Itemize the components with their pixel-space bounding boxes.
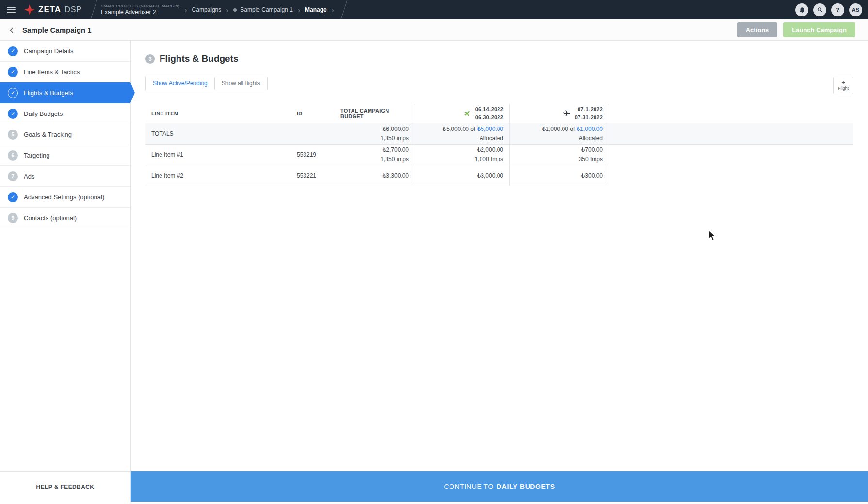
step-number-badge: 3 [145,54,155,64]
sidebar-item-daily-budgets[interactable]: ✓ Daily Budgets [0,103,130,124]
check-circle-icon: ✓ [8,46,18,56]
sidebar-item-advanced-settings[interactable]: ✓ Advanced Settings (optional) [0,187,130,208]
brand-zeta-text: ZETA [38,5,61,15]
add-flight-button[interactable]: + Flight [833,77,853,94]
sidebar-item-targeting[interactable]: 6 Targeting [0,145,130,166]
check-circle-icon: ✓ [8,109,18,119]
zeta-dsp-logo[interactable]: ZETA DSP [22,4,88,15]
table-row-line-item-2[interactable]: Line Item #2 553221 ₺3,300.00 ₺3,000.00 … [145,165,853,186]
line-item-id: 553221 [291,165,335,186]
chevron-right-icon: › [181,6,191,14]
table-row-line-item-1[interactable]: Line Item #1 553219 ₺2,700.00 1,350 imps… [145,145,853,165]
help-feedback-button[interactable]: HELP & FEEDBACK [0,471,130,502]
sidebar-item-contacts[interactable]: 9 Contacts (optional) [0,208,130,228]
chevron-right-icon: › [294,6,304,14]
sidebar-item-campaign-details[interactable]: ✓ Campaign Details [0,41,130,62]
flights-budgets-table: LINE ITEM ID TOTAL CAMPAIGN BUDGET 06-14… [145,104,853,186]
totals-budget-amount: ₺6,000.00 [383,125,409,134]
breadcrumb-slant-divider [340,0,347,19]
table-header-row: LINE ITEM ID TOTAL CAMPAIGN BUDGET 06-14… [145,104,853,123]
campaign-status-dot-icon [233,8,237,12]
help-icon[interactable]: ? [831,3,844,16]
zeta-logo-icon [24,4,35,15]
top-nav-bar: ZETA DSP SMART PROJECTS (VARIABLE MARGIN… [0,0,868,19]
sidebar-item-label: Flights & Budgets [24,89,73,97]
flight2-allocated-label: Allocated [579,134,603,143]
line-item-id: 553219 [291,145,335,165]
flight-plane-icon [563,110,571,117]
col-header-total-budget: TOTAL CAMPAIGN BUDGET [335,104,415,123]
sidebar-item-flights-budgets[interactable]: ✓ Flights & Budgets [0,82,130,103]
steps-sidebar: ✓ Campaign Details ✓ Line Items & Tactic… [0,41,131,502]
sidebar-item-label: Campaign Details [24,48,74,55]
breadcrumb-manage-label: Manage [305,6,327,13]
flight2-spent: ₺1,000.00 of [542,126,575,132]
flight1-end-date: 06-30-2022 [475,114,503,122]
sidebar-item-label: Ads [24,173,34,180]
back-chevron-icon[interactable] [6,24,18,36]
step-number-icon: 6 [8,150,18,161]
breadcrumb-campaign[interactable]: Sample Campaign 1 [232,6,294,13]
main-content: 3 Flights & Budgets Show Active/Pending … [131,41,868,471]
totals-label: TOTALS [145,123,291,145]
check-circle-icon: ✓ [8,88,18,98]
totals-filler [609,123,853,145]
app-root: ZETA DSP SMART PROJECTS (VARIABLE MARGIN… [0,0,868,502]
line-item-name: Line Item #2 [145,165,291,186]
breadcrumb-advertiser[interactable]: SMART PROJECTS (VARIABLE MARGIN) Example… [100,4,181,16]
col-header-flight-1[interactable]: 06-14-2022 06-30-2022 [415,104,509,123]
chevron-right-icon: › [222,6,232,14]
filter-show-active-pending[interactable]: Show Active/Pending [145,77,215,90]
totals-budget-imps: 1,350 imps [380,134,409,143]
flight2-amount: ₺700.00 [581,146,603,155]
totals-row: TOTALS ₺6,000.00 1,350 imps ₺5,000.00 of… [145,123,853,145]
notifications-bell-icon[interactable] [795,3,808,16]
flight1-allocated-link[interactable]: ₺5,000.00 [477,126,503,132]
flight1-spent: ₺5,000.00 of [443,126,476,132]
row-filler [609,165,853,186]
search-icon[interactable] [813,3,826,16]
flight1-amount: ₺2,000.00 [477,146,503,155]
col-header-flight-2[interactable]: 07-1-2022 07-31-2022 [509,104,609,123]
plus-icon: + [841,80,845,85]
col-header-line-item: LINE ITEM [145,104,291,123]
line-item-budget-cell: ₺3,300.00 [335,165,415,186]
hamburger-menu-icon[interactable] [0,0,22,19]
breadcrumb-advertiser-label: Example Advertiser 2 [101,9,180,16]
totals-budget-cell: ₺6,000.00 1,350 imps [335,123,415,145]
check-circle-icon: ✓ [8,192,18,202]
brand-dsp-text: DSP [64,5,82,14]
steps-list: ✓ Campaign Details ✓ Line Items & Tactic… [0,41,130,471]
step-number-icon: 5 [8,130,18,140]
breadcrumb-manage[interactable]: Manage [304,6,328,13]
budget-imps: 1,350 imps [380,155,409,164]
budget-amount: ₺2,700.00 [383,146,409,155]
sidebar-item-ads[interactable]: 7 Ads [0,166,130,187]
filter-show-all-flights[interactable]: Show all flights [215,77,268,90]
sidebar-item-goals-tracking[interactable]: 5 Goals & Tracking [0,124,130,145]
continue-to-daily-budgets-button[interactable]: CONTINUE TO DAILY BUDGETS [131,471,868,502]
breadcrumb-campaigns[interactable]: Campaigns [191,6,223,13]
flight-plane-icon [462,108,473,119]
flight2-start-date: 07-1-2022 [575,105,603,114]
flight1-allocated-label: Allocated [480,134,503,143]
flight2-allocated-link[interactable]: ₺1,000.00 [577,126,603,132]
filter-row: Show Active/Pending Show all flights + F… [145,77,853,94]
breadcrumb-campaign-label: Sample Campaign 1 [240,6,293,13]
flight1-cell: ₺2,000.00 1,000 Imps [415,145,509,165]
breadcrumb-project-label: SMART PROJECTS (VARIABLE MARGIN) [101,4,180,9]
launch-campaign-button[interactable]: Launch Campaign [783,22,855,37]
flight2-amount: ₺300.00 [581,171,603,180]
sidebar-item-line-items-tactics[interactable]: ✓ Line Items & Tactics [0,62,130,82]
add-flight-label: Flight [838,86,849,91]
row-filler [609,145,853,165]
flight2-cell: ₺700.00 350 Imps [509,145,609,165]
section-title: Flights & Budgets [160,53,239,64]
user-avatar[interactable]: AS [849,3,862,16]
sidebar-item-label: Goals & Tracking [24,131,72,138]
check-circle-icon: ✓ [8,67,18,77]
actions-button[interactable]: Actions [737,22,778,37]
body: ✓ Campaign Details ✓ Line Items & Tactic… [0,41,868,502]
totals-flight1-cell: ₺5,000.00 of ₺5,000.00 Allocated [415,123,509,145]
step-number-icon: 9 [8,213,18,223]
